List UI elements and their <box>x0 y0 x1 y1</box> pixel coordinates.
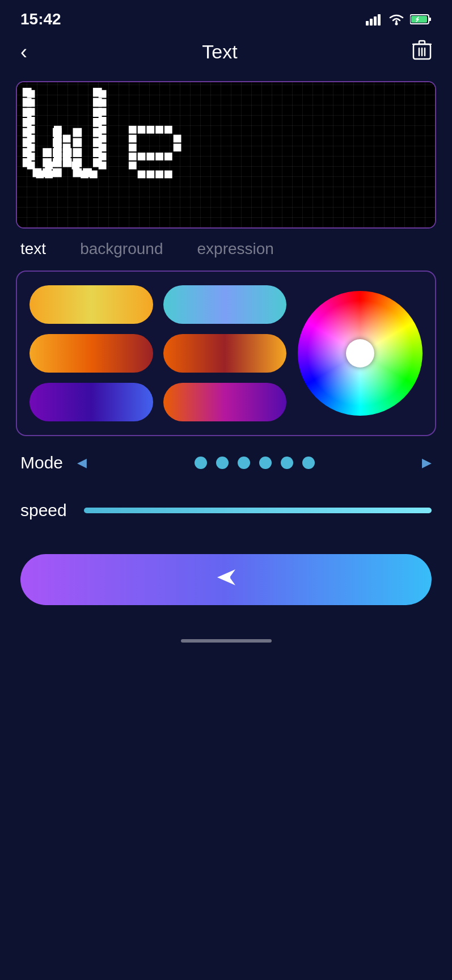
mode-section: Mode ◀ ▶ <box>0 453 452 472</box>
color-swatch-4[interactable] <box>163 334 287 373</box>
svg-rect-32 <box>73 128 82 137</box>
mode-dot-1[interactable] <box>195 457 207 469</box>
svg-rect-45 <box>27 117 35 125</box>
mode-dot-2[interactable] <box>216 457 229 469</box>
svg-rect-79 <box>129 143 137 151</box>
svg-rect-57 <box>54 126 62 134</box>
svg-rect-73 <box>129 126 137 134</box>
svg-rect-77 <box>164 126 172 134</box>
mode-next-button[interactable]: ▶ <box>422 455 432 470</box>
svg-rect-90 <box>174 135 181 143</box>
status-bar: 15:42 <box>0 0 452 34</box>
wifi-icon <box>388 13 404 26</box>
battery-icon <box>410 14 432 25</box>
color-swatch-1[interactable] <box>29 285 153 324</box>
back-button[interactable]: ‹ <box>20 42 27 62</box>
tab-expression[interactable]: expression <box>197 240 273 261</box>
svg-rect-47 <box>27 135 35 143</box>
svg-rect-25 <box>53 168 62 178</box>
svg-rect-46 <box>27 126 35 134</box>
mode-dots <box>98 457 411 469</box>
svg-rect-69 <box>99 135 107 143</box>
mode-dot-4[interactable] <box>259 457 272 469</box>
svg-rect-89 <box>164 171 172 179</box>
svg-rect-56 <box>54 135 62 143</box>
svg-rect-81 <box>129 162 137 170</box>
delete-button[interactable] <box>412 40 432 64</box>
tab-text[interactable]: text <box>20 240 46 261</box>
svg-rect-60 <box>63 153 71 160</box>
svg-rect-50 <box>27 162 35 170</box>
svg-rect-61 <box>71 162 79 170</box>
send-button[interactable] <box>20 554 432 605</box>
mode-label: Mode <box>20 453 66 472</box>
svg-rect-80 <box>129 153 137 160</box>
svg-rect-6 <box>429 18 431 21</box>
svg-rect-70 <box>99 143 107 151</box>
svg-rect-71 <box>99 153 107 160</box>
svg-rect-87 <box>146 171 154 179</box>
svg-rect-74 <box>138 126 146 134</box>
svg-rect-88 <box>155 171 163 179</box>
svg-rect-62 <box>81 171 88 179</box>
svg-rect-43 <box>27 99 35 107</box>
color-swatch-5[interactable] <box>29 383 153 421</box>
signal-icon <box>366 13 383 26</box>
svg-rect-85 <box>164 153 172 160</box>
svg-rect-64 <box>99 90 107 98</box>
svg-rect-28 <box>73 168 82 178</box>
svg-rect-31 <box>73 138 82 147</box>
svg-point-4 <box>395 23 398 26</box>
svg-rect-59 <box>63 143 71 151</box>
svg-rect-51 <box>36 171 44 179</box>
color-panel <box>16 271 436 436</box>
color-wheel-container[interactable] <box>298 291 423 416</box>
page-title: Text <box>202 41 237 63</box>
color-swatch-6[interactable] <box>163 383 287 421</box>
svg-rect-86 <box>138 171 146 179</box>
svg-rect-20 <box>43 148 52 157</box>
pixel-grid <box>17 82 435 227</box>
mode-prev-button[interactable]: ◀ <box>77 455 87 470</box>
svg-rect-48 <box>27 143 35 151</box>
svg-rect-1 <box>370 19 373 26</box>
svg-rect-49 <box>27 153 35 160</box>
svg-rect-44 <box>27 108 35 116</box>
mode-dot-5[interactable] <box>281 457 293 469</box>
svg-rect-76 <box>155 126 163 134</box>
svg-rect-78 <box>129 135 137 143</box>
send-icon <box>214 565 239 595</box>
svg-rect-84 <box>155 153 163 160</box>
speed-slider[interactable] <box>84 508 432 513</box>
mode-dot-6[interactable] <box>302 457 315 469</box>
color-swatch-2[interactable] <box>163 285 287 324</box>
speed-section: speed <box>0 501 452 520</box>
svg-rect-30 <box>73 148 82 157</box>
svg-rect-58 <box>63 135 71 143</box>
svg-rect-91 <box>174 143 181 151</box>
tab-background[interactable]: background <box>80 240 163 261</box>
svg-rect-82 <box>138 153 146 160</box>
color-swatch-3[interactable] <box>29 334 153 373</box>
header: ‹ Text <box>0 34 452 75</box>
svg-rect-63 <box>90 171 98 179</box>
color-swatches <box>29 285 286 421</box>
svg-rect-0 <box>366 21 369 26</box>
svg-rect-3 <box>378 14 381 26</box>
svg-rect-52 <box>45 171 53 179</box>
pixel-art-preview <box>17 82 435 227</box>
send-button-container <box>0 554 452 605</box>
home-indicator <box>0 628 452 648</box>
svg-rect-67 <box>99 117 107 125</box>
svg-rect-53 <box>45 162 53 170</box>
svg-rect-66 <box>99 108 107 116</box>
speed-label: speed <box>20 501 67 520</box>
preview-canvas[interactable] <box>16 81 436 229</box>
svg-rect-7 <box>411 16 427 23</box>
svg-rect-65 <box>99 99 107 107</box>
svg-rect-54 <box>54 153 62 160</box>
svg-rect-55 <box>54 143 62 151</box>
status-time: 15:42 <box>20 10 61 28</box>
mode-dot-3[interactable] <box>238 457 250 469</box>
svg-rect-68 <box>99 126 107 134</box>
